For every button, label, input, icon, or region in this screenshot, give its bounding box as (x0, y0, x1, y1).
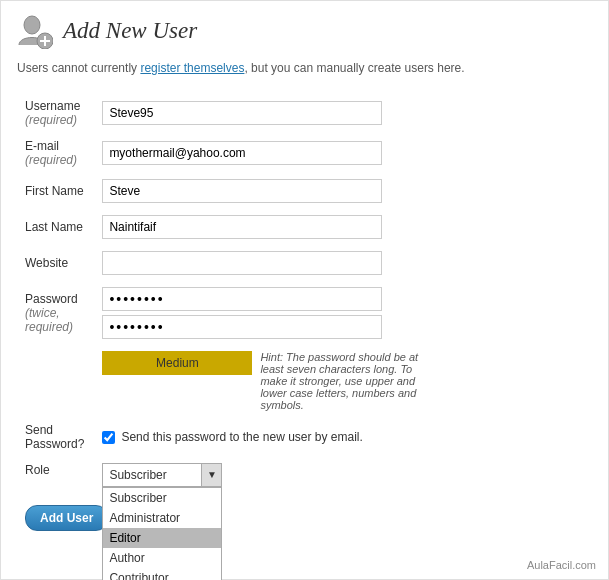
role-row: Role Subscriber ▼ Subscriber Administrat… (17, 457, 592, 493)
email-input[interactable] (102, 141, 382, 165)
password-input-cell (94, 281, 592, 345)
username-required: (required) (25, 113, 77, 127)
add-user-button[interactable]: Add User (25, 505, 108, 531)
email-row: E-mail (required) (17, 133, 592, 173)
footer-brand: AulaFacil.com (527, 559, 596, 571)
website-label: Website (25, 256, 68, 270)
send-password-label-cell: Send Password? (17, 417, 94, 457)
email-label-cell: E-mail (required) (17, 133, 94, 173)
role-selected-value: Subscriber (103, 464, 201, 486)
firstname-row: First Name (17, 173, 592, 209)
role-option-contributor[interactable]: Contributor (103, 568, 221, 580)
page-wrapper: Add New User Users cannot currently regi… (0, 0, 609, 580)
role-label-cell: Role (17, 457, 94, 493)
role-select-wrapper[interactable]: Subscriber ▼ (102, 463, 222, 487)
page-title-area: Add New User (17, 13, 592, 49)
firstname-label: First Name (25, 184, 84, 198)
send-password-text: Send this password to the new user by em… (121, 430, 362, 444)
role-option-author[interactable]: Author (103, 548, 221, 568)
firstname-input[interactable] (102, 179, 382, 203)
website-input-cell (94, 245, 592, 281)
strength-text: Medium (156, 356, 199, 370)
email-required: (required) (25, 153, 77, 167)
role-option-administrator[interactable]: Administrator (103, 508, 221, 528)
role-dropdown: Subscriber Administrator Editor Author C… (102, 487, 222, 580)
send-password-checkbox[interactable] (102, 431, 115, 444)
password-row: Password (twice, required) (17, 281, 592, 345)
role-option-subscriber[interactable]: Subscriber (103, 488, 221, 508)
lastname-row: Last Name (17, 209, 592, 245)
send-password-row: Send Password? Send this password to the… (17, 417, 592, 457)
role-area: Subscriber ▼ Subscriber Administrator Ed… (102, 463, 584, 487)
password-required: (twice, required) (25, 306, 73, 334)
password-label: Password (25, 292, 78, 306)
password-confirm-input[interactable] (102, 315, 382, 339)
strength-display-cell: Medium Hint: The password should be at l… (94, 345, 592, 417)
dropdown-arrow-icon: ▼ (201, 464, 221, 486)
password-input[interactable] (102, 287, 382, 311)
page-heading: Add New User (63, 18, 197, 44)
strength-hint: Hint: The password should be at least se… (260, 351, 430, 411)
add-user-icon (17, 13, 53, 49)
form-table: Username (required) E-mail (required) (17, 93, 592, 493)
lastname-label-cell: Last Name (17, 209, 94, 245)
send-password-input-cell: Send this password to the new user by em… (94, 417, 592, 457)
username-row: Username (required) (17, 93, 592, 133)
role-label: Role (25, 463, 50, 477)
firstname-input-cell (94, 173, 592, 209)
lastname-input[interactable] (102, 215, 382, 239)
lastname-label: Last Name (25, 220, 83, 234)
username-input[interactable] (102, 101, 382, 125)
description-text: Users cannot currently register themselv… (17, 61, 592, 75)
email-label: E-mail (25, 139, 59, 153)
role-option-editor[interactable]: Editor (103, 528, 221, 548)
website-label-cell: Website (17, 245, 94, 281)
username-input-cell (94, 93, 592, 133)
strength-label-cell (17, 345, 94, 417)
username-label: Username (25, 99, 80, 113)
description-suffix: , but you can manually create users here… (244, 61, 464, 75)
website-row: Website (17, 245, 592, 281)
email-input-cell (94, 133, 592, 173)
send-password-label: Send Password? (25, 423, 84, 451)
strength-bar: Medium (102, 351, 252, 375)
description-prefix: Users cannot currently (17, 61, 140, 75)
firstname-label-cell: First Name (17, 173, 94, 209)
svg-point-0 (24, 16, 40, 34)
lastname-input-cell (94, 209, 592, 245)
register-link[interactable]: register themselves (140, 61, 244, 75)
password-label-cell: Password (twice, required) (17, 281, 94, 345)
password-strength-row: Medium Hint: The password should be at l… (17, 345, 592, 417)
send-password-area: Send this password to the new user by em… (102, 430, 584, 444)
role-select-cell: Subscriber ▼ Subscriber Administrator Ed… (94, 457, 592, 493)
website-input[interactable] (102, 251, 382, 275)
strength-container: Medium Hint: The password should be at l… (102, 351, 584, 411)
username-label-cell: Username (required) (17, 93, 94, 133)
